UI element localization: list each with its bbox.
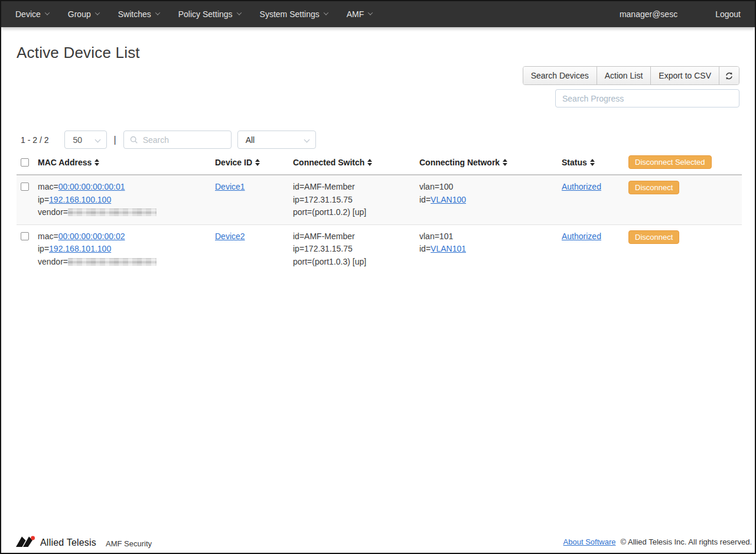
mac-link[interactable]: 00:00:00:00:00:01 (58, 182, 125, 191)
nav-menu: Device Group Switches Policy Settings Sy… (15, 9, 372, 19)
mac-address-cell: mac=00:00:00:00:00:02 ip=192.168.101.100… (38, 224, 215, 273)
logout-button[interactable]: Logout (715, 9, 741, 19)
column-header-device-id[interactable]: Device ID (215, 152, 293, 175)
mac-label: mac= (38, 232, 58, 241)
switch-port-label: port= (293, 257, 312, 266)
disconnect-button[interactable]: Disconnect (628, 230, 679, 244)
action-cell: Disconnect (628, 224, 742, 273)
nav-item-label: AMF (347, 9, 364, 19)
search-progress-input[interactable] (555, 89, 739, 107)
vlan-label: vlan= (419, 182, 439, 191)
page-size-select[interactable]: 50 (64, 131, 107, 149)
network-id-link[interactable]: VLAN100 (431, 195, 466, 204)
product-name: AMF Security (106, 539, 152, 548)
switch-port-value: (port1.0.2) [up] (312, 207, 366, 217)
nav-item-amf[interactable]: AMF (347, 9, 373, 19)
table-row: mac=00:00:00:00:00:01 ip=192.168.100.100… (17, 175, 742, 224)
nav-item-group[interactable]: Group (68, 9, 99, 19)
status-link[interactable]: Authorized (562, 182, 601, 191)
action-list-button[interactable]: Action List (597, 67, 651, 84)
status-link[interactable]: Authorized (562, 232, 601, 241)
ip-link[interactable]: 192.168.100.100 (49, 195, 111, 204)
column-label: MAC Address (38, 158, 92, 167)
sort-icon (255, 159, 260, 166)
table-search-box (123, 131, 232, 149)
column-label: Connecting Network (419, 158, 500, 167)
mac-address-cell: mac=00:00:00:00:00:01 ip=192.168.100.100… (38, 175, 215, 224)
search-devices-button[interactable]: Search Devices (523, 67, 597, 84)
switch-ip-label: ip= (293, 195, 304, 204)
filter-select[interactable]: All (237, 131, 316, 149)
list-controls: 1 - 2 / 2 50 | All (21, 131, 739, 149)
page-title: Active Device List (17, 44, 739, 62)
sort-icon (590, 159, 595, 166)
switch-ip-value: 172.31.15.75 (304, 244, 353, 253)
allied-telesis-logo-icon (15, 535, 35, 548)
connecting-network-cell: vlan=101 id=VLAN101 (419, 224, 562, 273)
network-id-link[interactable]: VLAN101 (431, 244, 466, 253)
device-id-cell: Device1 (215, 175, 293, 224)
sort-icon (503, 159, 507, 166)
switch-ip-label: ip= (293, 244, 304, 253)
column-header-connected-switch[interactable]: Connected Switch (293, 152, 419, 175)
mac-link[interactable]: 00:00:00:00:00:02 (58, 232, 125, 241)
nav-item-policy-settings[interactable]: Policy Settings (178, 9, 241, 19)
select-all-checkbox[interactable] (21, 158, 29, 167)
vlan-value: 101 (439, 232, 453, 241)
disconnect-button[interactable]: Disconnect (628, 181, 679, 194)
column-header-connecting-network[interactable]: Connecting Network (419, 152, 562, 175)
nav-item-label: Policy Settings (178, 9, 233, 19)
toolbar: Search Devices Action List Export to CSV (523, 66, 739, 107)
table-row: mac=00:00:00:00:00:02 ip=192.168.101.100… (17, 224, 742, 273)
switch-port-label: port= (293, 207, 312, 217)
toolbar-button-group: Search Devices Action List Export to CSV (523, 66, 739, 85)
disconnect-selected-button[interactable]: Disconnect Selected (628, 155, 712, 169)
device-id-link[interactable]: Device1 (215, 182, 245, 191)
nav-item-label: System Settings (260, 9, 320, 19)
row-checkbox[interactable] (21, 183, 29, 191)
status-cell: Authorized (562, 224, 628, 273)
nav-item-system-settings[interactable]: System Settings (260, 9, 328, 19)
column-header-status[interactable]: Status (562, 152, 628, 175)
brand-area: Allied Telesis AMF Security (15, 535, 152, 548)
vlan-label: vlan= (419, 232, 439, 241)
column-header-mac-address[interactable]: MAC Address (38, 152, 215, 175)
about-software-link[interactable]: About Software (563, 537, 616, 546)
column-label: Connected Switch (293, 158, 364, 167)
app-window: Device Group Switches Policy Settings Sy… (0, 0, 756, 554)
connecting-network-cell: vlan=100 id=VLAN100 (419, 175, 562, 224)
chevron-down-icon (155, 10, 160, 15)
export-csv-button[interactable]: Export to CSV (651, 67, 719, 84)
table-search-input[interactable] (143, 135, 225, 145)
chevron-down-icon (236, 10, 241, 15)
connected-switch-cell: id=AMF-Member ip=172.31.15.75 port=(port… (293, 175, 419, 224)
switch-port-value: (port1.0.3) [up] (312, 257, 366, 266)
refresh-button[interactable] (719, 67, 739, 84)
vendor-value-redacted (68, 258, 157, 266)
ip-label: ip= (38, 195, 49, 204)
logged-in-user: manager@sesc (620, 9, 677, 19)
chevron-down-icon (94, 10, 99, 15)
page-size-value: 50 (73, 135, 82, 145)
chevron-down-icon (368, 10, 373, 15)
device-id-link[interactable]: Device2 (215, 232, 245, 241)
filter-value: All (246, 135, 255, 145)
vendor-label: vendor= (38, 207, 68, 217)
switch-ip-value: 172.31.15.75 (304, 195, 353, 204)
search-icon (130, 136, 138, 144)
row-checkbox[interactable] (21, 232, 29, 240)
nav-item-device[interactable]: Device (15, 9, 49, 19)
connected-switch-cell: id=AMF-Member ip=172.31.15.75 port=(port… (293, 224, 419, 273)
column-label: Status (562, 158, 587, 167)
action-cell: Disconnect (628, 175, 742, 224)
vlan-value: 100 (439, 182, 453, 191)
ip-link[interactable]: 192.168.101.100 (49, 244, 111, 253)
footer: Allied Telesis AMF Security About Softwa… (1, 532, 755, 553)
copyright-text: © Allied Telesis Inc. All rights reserve… (621, 537, 752, 546)
switch-id-value: AMF-Member (304, 182, 355, 191)
nav-item-switches[interactable]: Switches (118, 9, 159, 19)
network-id-label: id= (419, 244, 431, 253)
chevron-down-icon (95, 137, 101, 143)
switch-id-label: id= (293, 182, 304, 191)
pagination-range: 1 - 2 / 2 (21, 135, 48, 145)
